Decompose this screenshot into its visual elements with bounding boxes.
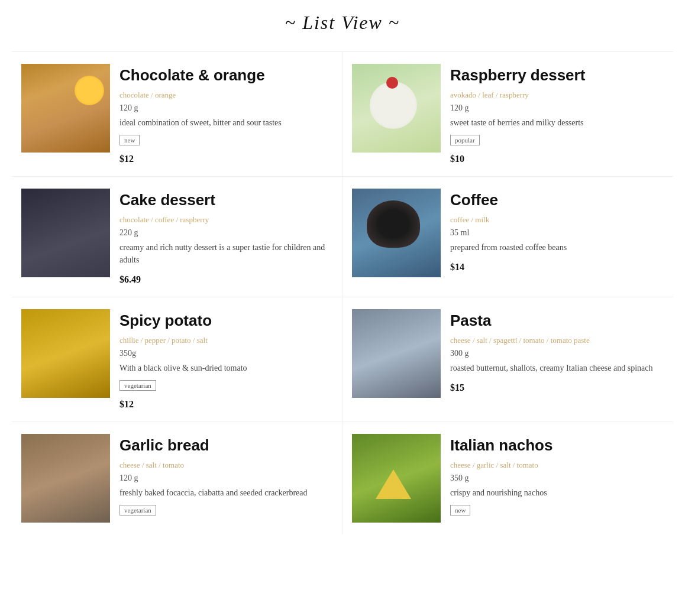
item-tags-coffee: coffee / milk <box>450 215 664 225</box>
item-image-pasta <box>352 309 441 398</box>
item-description-pasta: roasted butternut, shallots, creamy Ital… <box>450 362 664 374</box>
item-image-cake-dessert <box>21 189 110 277</box>
menu-item-italian-nachos: Italian nachoscheese / garlic / salt / t… <box>342 422 673 534</box>
item-tags-garlic-bread: cheese / salt / tomato <box>119 461 332 470</box>
page-title: ~ List View ~ <box>12 12 673 34</box>
item-details-spicy-potato: Spicy potatochillie / pepper / potato / … <box>119 309 332 410</box>
item-image-chocolate-orange <box>21 64 110 153</box>
item-image-raspberry-dessert <box>352 64 441 153</box>
item-name-garlic-bread: Garlic bread <box>119 436 332 455</box>
item-details-coffee: Coffeecoffee / milk35 mlprepared from ro… <box>450 189 664 285</box>
item-price-cake-dessert: $6.49 <box>119 274 332 285</box>
menu-item-coffee: Coffeecoffee / milk35 mlprepared from ro… <box>342 176 673 297</box>
item-tags-pasta: cheese / salt / spagetti / tomato / toma… <box>450 336 664 345</box>
item-weight-pasta: 300 g <box>450 349 664 358</box>
item-name-coffee: Coffee <box>450 191 664 209</box>
menu-item-raspberry-dessert: Raspberry dessertavokado / leaf / raspbe… <box>342 51 673 176</box>
item-name-raspberry-dessert: Raspberry dessert <box>450 66 664 85</box>
menu-item-cake-dessert: Cake dessertchocolate / coffee / raspber… <box>12 176 342 297</box>
item-name-italian-nachos: Italian nachos <box>450 436 664 455</box>
item-name-chocolate-orange: Chocolate & orange <box>119 66 332 85</box>
item-description-raspberry-dessert: sweet taste of berries and milky dessert… <box>450 116 664 129</box>
item-details-italian-nachos: Italian nachoscheese / garlic / salt / t… <box>450 434 664 523</box>
item-description-coffee: prepared from roasted coffee beans <box>450 241 664 254</box>
item-weight-spicy-potato: 350g <box>119 349 332 358</box>
item-weight-chocolate-orange: 120 g <box>119 103 332 113</box>
menu-grid: Chocolate & orangechocolate / orange120 … <box>12 51 673 534</box>
item-weight-cake-dessert: 220 g <box>119 228 332 238</box>
item-badge-chocolate-orange: new <box>119 135 140 145</box>
item-weight-raspberry-dessert: 120 g <box>450 103 664 113</box>
item-details-cake-dessert: Cake dessertchocolate / coffee / raspber… <box>119 189 332 285</box>
item-tags-italian-nachos: cheese / garlic / salt / tomato <box>450 461 664 470</box>
item-details-garlic-bread: Garlic breadcheese / salt / tomato120 gf… <box>119 434 332 523</box>
item-description-garlic-bread: freshly baked focaccia, ciabatta and see… <box>119 487 332 499</box>
menu-item-garlic-bread: Garlic breadcheese / salt / tomato120 gf… <box>12 422 342 534</box>
item-price-pasta: $15 <box>450 382 664 393</box>
item-tags-chocolate-orange: chocolate / orange <box>119 90 332 100</box>
item-badge-italian-nachos: new <box>450 505 470 516</box>
item-name-cake-dessert: Cake dessert <box>119 191 332 209</box>
item-weight-italian-nachos: 350 g <box>450 474 664 483</box>
item-details-raspberry-dessert: Raspberry dessertavokado / leaf / raspbe… <box>450 64 664 164</box>
item-tags-cake-dessert: chocolate / coffee / raspberry <box>119 215 332 225</box>
item-name-pasta: Pasta <box>450 312 664 330</box>
item-tags-spicy-potato: chillie / pepper / potato / salt <box>119 336 332 345</box>
item-description-spicy-potato: With a black olive & sun-dried tomato <box>119 362 332 374</box>
item-weight-coffee: 35 ml <box>450 228 664 238</box>
item-details-pasta: Pastacheese / salt / spagetti / tomato /… <box>450 309 664 410</box>
item-image-italian-nachos <box>352 434 441 523</box>
menu-item-chocolate-orange: Chocolate & orangechocolate / orange120 … <box>12 51 342 176</box>
menu-item-spicy-potato: Spicy potatochillie / pepper / potato / … <box>12 297 342 422</box>
item-description-cake-dessert: creamy and rich nutty dessert is a super… <box>119 241 332 266</box>
item-price-spicy-potato: $12 <box>119 399 332 410</box>
item-description-italian-nachos: crispy and nourishing nachos <box>450 487 664 499</box>
item-price-coffee: $14 <box>450 262 664 273</box>
item-name-spicy-potato: Spicy potato <box>119 312 332 330</box>
item-tags-raspberry-dessert: avokado / leaf / raspberry <box>450 90 664 100</box>
item-image-garlic-bread <box>21 434 110 523</box>
menu-item-pasta: Pastacheese / salt / spagetti / tomato /… <box>342 297 673 422</box>
item-image-coffee <box>352 189 441 277</box>
item-description-chocolate-orange: ideal combination of sweet, bitter and s… <box>119 116 332 129</box>
item-price-chocolate-orange: $12 <box>119 154 332 164</box>
item-badge-spicy-potato: vegetarian <box>119 380 156 391</box>
item-badge-garlic-bread: vegetarian <box>119 505 156 516</box>
item-badge-raspberry-dessert: popular <box>450 135 480 145</box>
item-weight-garlic-bread: 120 g <box>119 474 332 483</box>
item-price-raspberry-dessert: $10 <box>450 154 664 164</box>
item-image-spicy-potato <box>21 309 110 398</box>
item-details-chocolate-orange: Chocolate & orangechocolate / orange120 … <box>119 64 332 164</box>
